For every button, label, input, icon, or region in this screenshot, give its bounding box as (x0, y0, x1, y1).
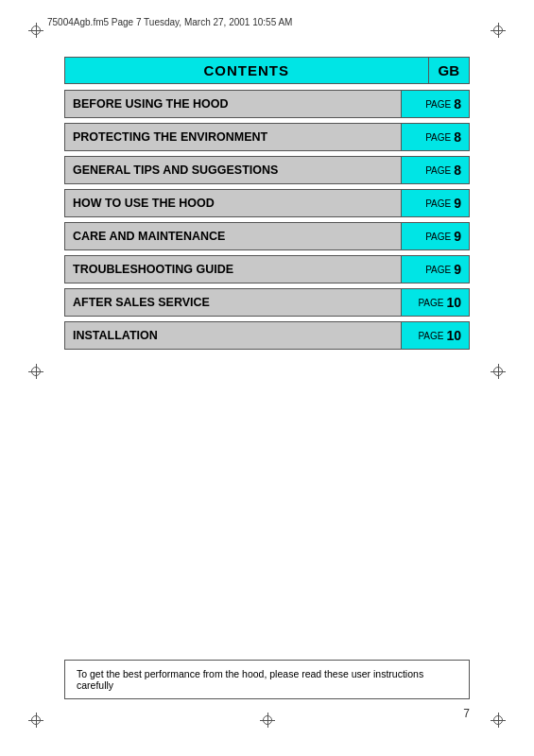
page-word: PAGE (425, 232, 451, 242)
header-bar: 75004Agb.fm5 Page 7 Tuesday, March 27, 2… (47, 17, 487, 27)
bottom-note-text: To get the best performance from the hoo… (77, 668, 423, 691)
toc-row: BEFORE USING THE HOODPAGE 8 (64, 90, 470, 118)
page-num: 9 (454, 196, 461, 211)
contents-title-row: CONTENTS GB (64, 57, 470, 84)
toc-row-label: INSTALLATION (65, 322, 401, 349)
page-word: PAGE (418, 298, 443, 308)
page-word: PAGE (425, 99, 451, 110)
toc-row-label: PROTECTING THE ENVIRONMENT (65, 124, 401, 150)
toc-row: PROTECTING THE ENVIRONMENTPAGE 8 (64, 123, 470, 151)
toc-row-page: PAGE 8 (401, 157, 469, 183)
toc-row: AFTER SALES SERVICEPAGE 10 (64, 288, 470, 317)
toc-row: HOW TO USE THE HOODPAGE 9 (64, 189, 470, 217)
page-word: PAGE (425, 132, 451, 143)
page-word: PAGE (425, 265, 451, 275)
page-num: 8 (454, 129, 461, 145)
bottom-note: To get the best performance from the hoo… (64, 660, 470, 699)
toc-row-page: PAGE 9 (401, 256, 469, 283)
crosshair-top-right (491, 23, 506, 38)
gb-label: GB (428, 57, 471, 84)
toc-row-page: PAGE 8 (401, 91, 469, 117)
toc-row-label: AFTER SALES SERVICE (65, 289, 401, 316)
page-num: 9 (454, 262, 461, 277)
page-num: 9 (454, 229, 461, 244)
toc-row: INSTALLATIONPAGE 10 (64, 321, 470, 350)
page: 75004Agb.fm5 Page 7 Tuesday, March 27, 2… (0, 0, 534, 756)
crosshair-mid-left (28, 364, 43, 379)
toc-row-label: TROUBLESHOOTING GUIDE (65, 256, 401, 283)
toc-rows: BEFORE USING THE HOODPAGE 8PROTECTING TH… (64, 90, 470, 350)
toc-row-page: PAGE 10 (401, 289, 469, 316)
toc-row-label: HOW TO USE THE HOOD (65, 190, 401, 216)
toc-row: GENERAL TIPS AND SUGGESTIONSPAGE 8 (64, 156, 470, 184)
contents-title: CONTENTS (64, 57, 428, 84)
page-num: 10 (446, 295, 461, 310)
page-word: PAGE (418, 331, 443, 341)
page-word: PAGE (425, 198, 451, 209)
crosshair-top-left (28, 23, 43, 38)
page-num: 8 (454, 163, 461, 178)
toc-row-page: PAGE 9 (401, 223, 469, 249)
crosshair-bot-left (28, 713, 43, 728)
toc-row: CARE AND MAINTENANCEPAGE 9 (64, 222, 470, 250)
crosshair-bot-right (491, 713, 506, 728)
crosshair-bot-center (260, 713, 275, 728)
toc-row-label: BEFORE USING THE HOOD (65, 91, 401, 117)
page-num: 10 (446, 328, 461, 343)
toc-row: TROUBLESHOOTING GUIDEPAGE 9 (64, 255, 470, 284)
crosshair-mid-right (491, 364, 506, 379)
toc-row-label: GENERAL TIPS AND SUGGESTIONS (65, 157, 401, 183)
toc-row-label: CARE AND MAINTENANCE (65, 223, 401, 249)
toc-row-page: PAGE 10 (401, 322, 469, 349)
file-info: 75004Agb.fm5 Page 7 Tuesday, March 27, 2… (47, 17, 292, 27)
toc-row-page: PAGE 8 (401, 124, 469, 150)
page-num: 8 (454, 96, 461, 112)
page-number: 7 (463, 707, 470, 720)
page-word: PAGE (425, 165, 451, 176)
content-area: CONTENTS GB BEFORE USING THE HOODPAGE 8P… (64, 57, 470, 354)
toc-row-page: PAGE 9 (401, 190, 469, 216)
